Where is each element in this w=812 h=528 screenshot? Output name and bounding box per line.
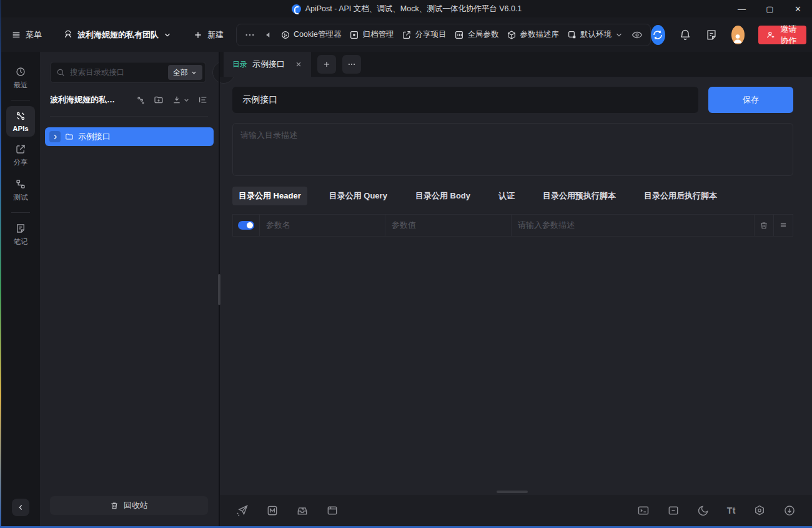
global-params-button[interactable]: 全局参数 bbox=[454, 29, 498, 40]
param-name-cell[interactable]: 参数名 bbox=[259, 215, 385, 236]
search-filter-dropdown[interactable]: 全部 bbox=[168, 65, 202, 80]
close-button[interactable]: ✕ bbox=[784, 0, 812, 17]
window-controls: — ▢ ✕ bbox=[728, 0, 812, 17]
user-avatar[interactable] bbox=[731, 26, 745, 44]
new-button[interactable]: 新建 bbox=[193, 29, 224, 41]
param-library-button[interactable]: 参数描述库 bbox=[507, 29, 559, 40]
changelog-note-icon[interactable] bbox=[705, 29, 718, 41]
share-project-button[interactable]: 分享项目 bbox=[402, 29, 446, 40]
tree-item-folder[interactable]: 示例接口 bbox=[45, 127, 214, 146]
save-button[interactable]: 保存 bbox=[708, 87, 793, 113]
tab-title: 示例接口 bbox=[252, 59, 285, 70]
cookie-manager-button[interactable]: Cookie管理器 bbox=[280, 29, 341, 40]
chevron-left-icon bbox=[16, 503, 25, 512]
param-enable-cell bbox=[233, 215, 259, 236]
directory-panel: 全部 波利海妮娅的私有团队 bbox=[40, 52, 219, 526]
sync-button[interactable] bbox=[651, 25, 665, 45]
share-icon bbox=[15, 144, 26, 155]
team-selector[interactable]: 波利海妮娅的私有团队 bbox=[63, 29, 172, 41]
tab-common-header[interactable]: 目录公用 Header bbox=[232, 187, 307, 205]
param-delete-cell[interactable] bbox=[754, 215, 773, 236]
params-icon bbox=[454, 30, 464, 40]
plus-icon bbox=[193, 30, 203, 40]
layout-panel-icon[interactable] bbox=[667, 504, 680, 517]
drag-handle-icon bbox=[779, 221, 788, 230]
tab-directory[interactable]: 目录 示例接口 bbox=[224, 52, 311, 77]
mock-icon[interactable] bbox=[266, 504, 279, 517]
invite-collaboration-button[interactable]: 邀请协作 bbox=[758, 26, 806, 44]
maximize-button[interactable]: ▢ bbox=[756, 0, 784, 17]
tab-more-button[interactable] bbox=[342, 55, 361, 74]
tab-common-body[interactable]: 目录公用 Body bbox=[409, 187, 477, 205]
search-box[interactable]: 全部 bbox=[50, 62, 206, 83]
search-row: 全部 bbox=[50, 61, 208, 84]
param-desc-cell[interactable]: 请输入参数描述 bbox=[511, 215, 754, 236]
help-box-icon[interactable] bbox=[296, 504, 309, 517]
eye-icon[interactable] bbox=[631, 29, 643, 41]
browser-window-icon[interactable] bbox=[326, 504, 339, 517]
tab-close-icon[interactable] bbox=[295, 61, 302, 68]
directory-editor: 保存 目录公用 Header 目录公用 Query 目录公用 Body 认证 目… bbox=[220, 77, 812, 495]
dark-mode-moon-icon[interactable] bbox=[697, 504, 710, 517]
horizontal-scrollbar-thumb[interactable] bbox=[497, 491, 528, 493]
back-arrow-icon[interactable] bbox=[264, 31, 272, 39]
trash-icon bbox=[110, 501, 119, 510]
person-plus-icon bbox=[766, 31, 775, 39]
tab-auth[interactable]: 认证 bbox=[492, 187, 521, 205]
plus-icon bbox=[322, 60, 331, 69]
directory-description-textarea[interactable] bbox=[232, 123, 793, 176]
chevron-down-icon bbox=[615, 31, 623, 39]
param-menu-cell[interactable] bbox=[773, 215, 793, 236]
hamburger-icon bbox=[11, 30, 21, 40]
param-value-cell[interactable]: 参数值 bbox=[385, 215, 511, 236]
archive-manager-button[interactable]: 归档管理 bbox=[349, 29, 394, 40]
cookie-icon bbox=[280, 30, 290, 40]
more-horizontal-icon[interactable] bbox=[244, 29, 255, 41]
chevron-right-icon[interactable] bbox=[49, 131, 61, 142]
apipost-logo-icon bbox=[292, 4, 301, 14]
section-tabs: 目录公用 Header 目录公用 Query 目录公用 Body 认证 目录公用… bbox=[232, 187, 793, 205]
tab-post-script[interactable]: 目录公用后执行脚本 bbox=[638, 187, 723, 205]
new-tab-button[interactable] bbox=[317, 55, 336, 74]
app-body: 最近 APIs 分享 测试 笔记 bbox=[1, 52, 812, 526]
window-title-wrap: ApiPost - API 文档、调试、Mock、测试一体化协作平台 V6.0.… bbox=[292, 4, 522, 14]
bottom-right-icons: Tt bbox=[637, 504, 796, 517]
tab-common-query[interactable]: 目录公用 Query bbox=[323, 187, 394, 205]
project-name: 波利海妮娅的私有团队 bbox=[50, 94, 116, 105]
import-icon bbox=[172, 95, 182, 105]
minimize-button[interactable]: — bbox=[728, 0, 756, 17]
app-window: ApiPost - API 文档、调试、Mock、测试一体化协作平台 V6.0.… bbox=[1, 0, 812, 526]
param-table: 参数名 参数值 请输入参数描述 bbox=[232, 214, 793, 237]
chevron-down-icon bbox=[183, 97, 190, 104]
toolbar-group: Cookie管理器 归档管理 分享项目 全局参数 参数描述库 默认环境 bbox=[236, 24, 651, 46]
rail-item-apis[interactable]: APIs bbox=[6, 106, 35, 137]
rail-item-test[interactable]: 测试 bbox=[6, 174, 35, 207]
new-api-icon[interactable] bbox=[136, 95, 146, 105]
rail-item-recent[interactable]: 最近 bbox=[6, 62, 35, 94]
directory-name-input[interactable] bbox=[232, 87, 698, 113]
archive-icon bbox=[349, 30, 359, 40]
send-rocket-icon[interactable] bbox=[236, 504, 249, 517]
font-size-icon[interactable]: Tt bbox=[727, 506, 736, 516]
menu-button[interactable]: 菜单 bbox=[11, 29, 42, 41]
console-icon[interactable] bbox=[637, 504, 650, 517]
settings-gear-icon[interactable] bbox=[753, 504, 766, 517]
download-update-icon[interactable] bbox=[783, 504, 796, 517]
rail-item-share[interactable]: 分享 bbox=[6, 139, 35, 172]
search-input[interactable] bbox=[69, 67, 164, 77]
recycle-bin-button[interactable]: 回收站 bbox=[50, 496, 208, 515]
param-enable-toggle[interactable] bbox=[238, 221, 254, 230]
note-icon bbox=[15, 223, 26, 234]
new-folder-icon[interactable] bbox=[154, 95, 164, 105]
collapse-sidebar-button[interactable] bbox=[12, 499, 29, 516]
tab-pre-script[interactable]: 目录公用预执行脚本 bbox=[537, 187, 622, 205]
tab-type-badge: 目录 bbox=[232, 59, 247, 70]
rail-item-notes[interactable]: 笔记 bbox=[6, 218, 35, 251]
environment-selector[interactable]: 默认环境 bbox=[567, 29, 623, 40]
notification-bell-icon[interactable] bbox=[679, 29, 691, 41]
import-dropdown[interactable] bbox=[172, 95, 190, 105]
team-icon bbox=[63, 30, 73, 40]
sync-icon bbox=[652, 29, 663, 41]
bottom-left-icons bbox=[236, 504, 339, 517]
outline-list-icon[interactable] bbox=[198, 95, 208, 105]
